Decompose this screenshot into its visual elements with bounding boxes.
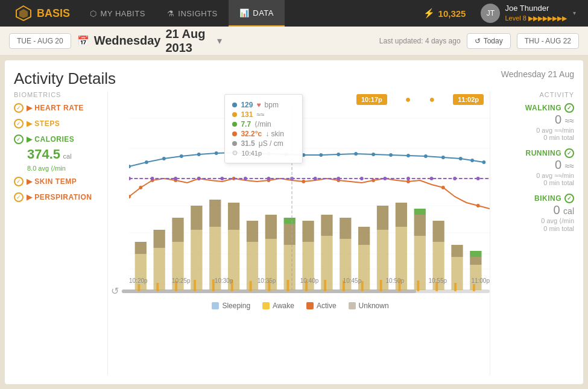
chart-area: BIOMETRICS ✓ ▶ HEART RATE ✓ ▶ STEPS ✓ ▶ … — [14, 91, 574, 375]
unknown-legend-color — [349, 302, 356, 309]
tooltip-time: 10:41p — [241, 150, 262, 157]
user-level: Level 8 ▶▶▶▶▶▶▶▶ — [505, 14, 567, 23]
svg-point-78 — [459, 157, 463, 160]
running-avg: 0 avg ≈≈/min — [496, 172, 574, 179]
svg-point-102 — [314, 177, 317, 180]
x-label-5: 10:40p — [300, 277, 319, 284]
svg-point-63 — [197, 153, 201, 156]
running-check[interactable]: ✓ — [564, 148, 574, 158]
svg-rect-35 — [284, 224, 296, 245]
biometrics-panel: BIOMETRICS ✓ ▶ HEART RATE ✓ ▶ STEPS ✓ ▶ … — [14, 91, 107, 375]
flow-unit: ⟨/min — [254, 120, 271, 128]
bio-heart-rate[interactable]: ✓ ▶ HEART RATE — [14, 103, 101, 113]
svg-marker-1 — [19, 9, 28, 18]
svg-rect-21 — [154, 230, 165, 248]
logo[interactable]: BASIS — [6, 5, 79, 22]
walking-check[interactable]: ✓ — [564, 103, 574, 113]
svg-point-82 — [139, 186, 142, 189]
bars — [135, 200, 482, 290]
tooltip-bpm-value: 129 — [241, 101, 253, 109]
tooltip-bpm: 129 ♥ bpm — [232, 101, 295, 109]
x-label-2: 10:25p — [172, 277, 191, 284]
svg-point-64 — [215, 151, 218, 155]
temp-dot — [232, 131, 237, 136]
heart-rate-check: ✓ — [14, 103, 24, 113]
legend-awake: Awake — [262, 302, 294, 310]
svg-point-62 — [180, 154, 183, 158]
perspiration-label: ▶ PERSPIRATION — [27, 193, 92, 201]
biking-value: 0 cal — [496, 203, 574, 217]
nav-my-habits[interactable]: ⬡ MY HABITS — [79, 0, 156, 27]
svg-point-88 — [302, 180, 305, 183]
bio-calories[interactable]: ✓ ▶ CALORIES — [14, 134, 101, 144]
calories-avg: 8.0 avg ⟨/min — [27, 165, 66, 172]
calories-unit: cal — [63, 153, 72, 160]
steps-label: ▶ STEPS — [27, 119, 60, 128]
next-day-button[interactable]: THU - AUG 22 — [517, 33, 579, 49]
x-label-4: 10:35p — [258, 277, 276, 284]
svg-point-105 — [383, 177, 387, 180]
date-bar: TUE - AUG 20 📅 Wednesday 21 Aug 2013 ▾ L… — [0, 27, 588, 55]
main-content: Activity Details Wednesday 21 Aug BIOMET… — [5, 60, 583, 384]
svg-point-106 — [406, 177, 410, 180]
nav-insights[interactable]: ⚗ INSIGHTS — [156, 0, 229, 27]
today-button[interactable]: ↺ Today — [467, 33, 511, 49]
skin-temp-label: ▶ SKIN TEMP — [27, 177, 77, 186]
prev-day-button[interactable]: TUE - AUG 20 — [9, 33, 71, 49]
svg-rect-31 — [247, 221, 258, 242]
x-label-3: 10:30p — [215, 277, 233, 284]
user-profile[interactable]: JT Joe Thunder Level 8 ▶▶▶▶▶▶▶▶ ▾ — [475, 3, 582, 24]
svg-point-80 — [482, 160, 485, 164]
svg-point-60 — [145, 160, 148, 164]
svg-point-104 — [360, 177, 364, 180]
chart-svg-container: 10:17p ● ● 11:02p 129 ♥ bpm 131 — [111, 91, 490, 284]
svg-rect-111 — [138, 284, 140, 291]
scroll-icon[interactable]: ↺ — [111, 285, 119, 297]
heart-rate-label: ▶ HEART RATE — [27, 104, 84, 112]
svg-point-73 — [371, 153, 375, 156]
tooltip-persp-value: 31.5 — [241, 139, 254, 148]
bio-skin-temp[interactable]: ✓ ▶ SKIN TEMP — [14, 177, 101, 186]
svg-point-72 — [354, 152, 358, 156]
svg-rect-19 — [135, 242, 147, 254]
svg-point-93 — [476, 204, 480, 207]
tooltip-steps-value: 131 — [241, 110, 253, 119]
svg-point-59 — [129, 165, 131, 168]
bpm-dot — [232, 103, 237, 107]
persp-dot — [232, 141, 237, 146]
tooltip-steps: 131 ≈≈ — [232, 110, 295, 119]
svg-rect-33 — [265, 215, 277, 239]
biking-label: BIKING ✓ — [496, 194, 574, 203]
habits-label: MY HABITS — [101, 9, 145, 18]
svg-point-61 — [162, 157, 166, 160]
chart-legend: Sleeping Awake Active Unknown — [111, 298, 490, 314]
x-label-9: 11:00p — [471, 277, 490, 284]
activity-running: RUNNING ✓ 0 ≈≈ 0 avg ≈≈/min 0 min total — [496, 148, 574, 186]
running-total: 0 min total — [496, 179, 574, 186]
active-legend-label: Active — [317, 302, 337, 310]
date-display: 📅 Wednesday 21 Aug 2013 ▾ — [77, 27, 223, 55]
tooltip-time-icon: ⊙ — [232, 149, 238, 157]
date-dropdown-icon[interactable]: ▾ — [217, 35, 222, 46]
biking-check[interactable]: ✓ — [564, 194, 574, 203]
nav-data[interactable]: 📊 DATA — [229, 0, 285, 27]
running-value: 0 ≈≈ — [496, 158, 574, 172]
bio-steps[interactable]: ✓ ▶ STEPS — [14, 119, 101, 128]
sleeping-legend-color — [212, 302, 219, 309]
steps-unit: ≈≈ — [256, 110, 264, 119]
x-label-8: 10:55p — [428, 277, 447, 284]
calories-value: 374.5 — [27, 147, 60, 162]
walking-total: 0 min total — [496, 134, 574, 141]
svg-point-70 — [319, 153, 323, 157]
svg-rect-18 — [135, 254, 147, 290]
legend-active: Active — [306, 302, 337, 310]
svg-rect-44 — [358, 227, 370, 245]
running-label: RUNNING ✓ — [496, 148, 574, 158]
bio-perspiration[interactable]: ✓ ▶ PERSPIRATION — [14, 192, 101, 202]
calendar-icon: 📅 — [77, 35, 89, 46]
refresh-icon: ↺ — [475, 37, 481, 45]
points-display: ⚡ 10,325 — [414, 8, 475, 19]
legend-sleeping: Sleeping — [212, 302, 250, 310]
today-label: Today — [484, 37, 503, 45]
svg-point-96 — [174, 177, 177, 180]
